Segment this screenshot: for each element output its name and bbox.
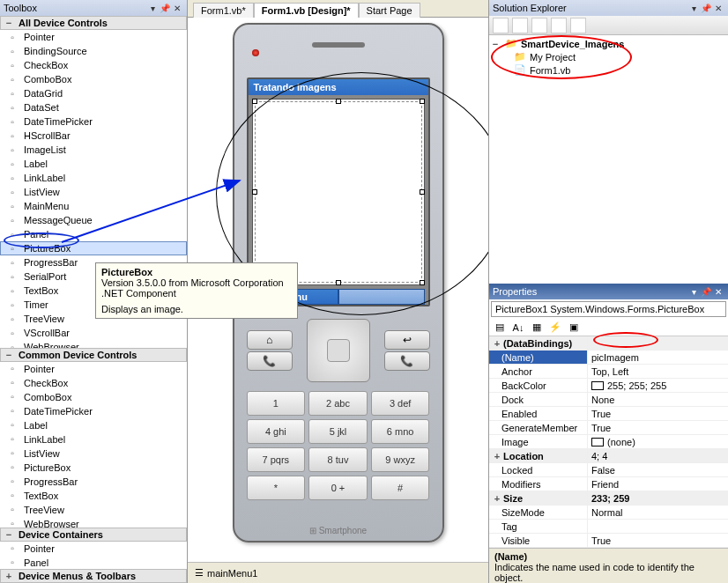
property-row[interactable]: +Location4; 4 bbox=[489, 449, 728, 463]
property-row[interactable]: Tag bbox=[489, 520, 728, 534]
toolbox-item-datagrid[interactable]: ▫DataGrid bbox=[0, 86, 187, 100]
close-icon[interactable]: ✕ bbox=[712, 287, 724, 297]
form-canvas[interactable] bbox=[252, 99, 425, 285]
property-value[interactable]: Normal bbox=[588, 506, 728, 519]
toolbox-section-header[interactable]: +Device Menus & Toolbars bbox=[0, 569, 187, 583]
expander-icon[interactable]: − bbox=[491, 39, 500, 49]
home-button[interactable]: ⌂ bbox=[247, 330, 293, 350]
toolbox-item-label[interactable]: ▫Label bbox=[0, 157, 187, 171]
dpad-center[interactable] bbox=[327, 339, 350, 362]
property-value[interactable]: 233; 259 bbox=[588, 491, 728, 505]
toolbox-item-pointer[interactable]: ▫Pointer bbox=[0, 362, 187, 376]
toolbox-item-dataset[interactable]: ▫DataSet bbox=[0, 100, 187, 114]
toolbox-item-checkbox[interactable]: ▫CheckBox bbox=[0, 376, 187, 390]
property-value[interactable]: Friend bbox=[588, 477, 728, 491]
toolbox-item-picturebox[interactable]: ▫PictureBox bbox=[0, 241, 187, 255]
keypad-key[interactable]: 1 bbox=[247, 391, 306, 416]
toolbox-item-combobox[interactable]: ▫ComboBox bbox=[0, 72, 187, 86]
doc-tab[interactable]: Start Page bbox=[359, 3, 420, 18]
toolbox-item-datetimepicker[interactable]: ▫DateTimePicker bbox=[0, 404, 187, 418]
project-node[interactable]: − 📁 SmartDevice_Imagens bbox=[491, 37, 726, 50]
sol-tool[interactable] bbox=[531, 18, 547, 33]
toolbox-item-treeview[interactable]: ▫TreeView bbox=[0, 503, 187, 517]
property-row[interactable]: Image(none) bbox=[489, 435, 728, 449]
expander-icon[interactable]: + bbox=[493, 493, 501, 504]
toolbox-section-header[interactable]: −All Device Controls bbox=[0, 16, 187, 30]
resize-handle[interactable] bbox=[252, 99, 257, 104]
expander-icon[interactable]: + bbox=[4, 571, 13, 581]
toolbox-item-combobox[interactable]: ▫ComboBox bbox=[0, 390, 187, 404]
toolbox-item-hscrollbar[interactable]: ▫HScrollBar bbox=[0, 129, 187, 143]
toolbox-item-panel[interactable]: ▫Panel bbox=[0, 556, 187, 569]
events-icon[interactable]: ⚡ bbox=[547, 321, 563, 335]
resize-handle[interactable] bbox=[252, 189, 257, 195]
resize-handle[interactable] bbox=[420, 99, 425, 104]
keypad-key[interactable]: 4 ghi bbox=[247, 419, 306, 444]
toolbox-item-webbrowser[interactable]: ▫WebBrowser bbox=[0, 340, 187, 348]
toolbox-item-panel[interactable]: ▫Panel bbox=[0, 227, 187, 241]
alphabetical-icon[interactable]: A↓ bbox=[510, 321, 526, 335]
toolbox-item-textbox[interactable]: ▫TextBox bbox=[0, 489, 187, 503]
toolbox-item-webbrowser[interactable]: ▫WebBrowser bbox=[0, 517, 187, 528]
property-grid[interactable]: +(DataBindings)(Name)picImagemAnchorTop,… bbox=[489, 336, 728, 548]
call-button[interactable]: 📞 bbox=[247, 351, 293, 371]
component-tray[interactable]: ☰ mainMenu1 bbox=[188, 562, 488, 583]
doc-tab[interactable]: Form1.vb [Design]* bbox=[254, 3, 359, 18]
resize-handle[interactable] bbox=[420, 189, 425, 195]
resize-handle[interactable] bbox=[420, 280, 425, 285]
doc-tab[interactable]: Form1.vb* bbox=[193, 3, 254, 18]
toolbox-item-listview[interactable]: ▫ListView bbox=[0, 446, 187, 461]
property-value[interactable]: 255; 255; 255 bbox=[588, 379, 728, 392]
toolbox-item-linklabel[interactable]: ▫LinkLabel bbox=[0, 171, 187, 185]
toolbox-pin-icon[interactable]: 📌 bbox=[159, 4, 171, 13]
toolbox-item-vscrollbar[interactable]: ▫VScrollBar bbox=[0, 326, 187, 340]
expander-icon[interactable]: − bbox=[4, 529, 13, 540]
property-row[interactable]: VisibleTrue bbox=[489, 534, 728, 548]
toolbox-item-label[interactable]: ▫Label bbox=[0, 418, 187, 432]
property-value[interactable]: 4; 4 bbox=[588, 449, 728, 462]
keypad-key[interactable]: 5 jkl bbox=[308, 419, 368, 444]
resize-handle[interactable] bbox=[336, 280, 341, 285]
toolbox-item-mainmenu[interactable]: ▫MainMenu bbox=[0, 199, 187, 213]
solution-tree[interactable]: − 📁 SmartDevice_Imagens 📁 My Project 📄 F… bbox=[489, 35, 728, 284]
toolbox-section-header[interactable]: −Device Containers bbox=[0, 528, 187, 542]
property-row[interactable]: SizeModeNormal bbox=[489, 506, 728, 520]
keypad-key[interactable]: 9 wxyz bbox=[371, 447, 430, 472]
toolbox-item-imagelist[interactable]: ▫ImageList bbox=[0, 143, 187, 157]
keypad-key[interactable]: 2 abc bbox=[308, 391, 368, 416]
toolbox-dropdown-icon[interactable]: ▾ bbox=[146, 4, 159, 13]
properties-object-selector[interactable]: PictureBox1 System.Windows.Forms.Picture… bbox=[491, 301, 726, 317]
tray-item[interactable]: mainMenu1 bbox=[207, 568, 257, 579]
toolbox-item-messagequeue[interactable]: ▫MessageQueue bbox=[0, 213, 187, 227]
toolbox-section-header[interactable]: −Common Device Controls bbox=[0, 348, 187, 362]
property-value[interactable]: Top, Left bbox=[588, 365, 728, 378]
tree-item[interactable]: 📁 My Project bbox=[491, 50, 726, 63]
keypad-key[interactable]: 6 mno bbox=[371, 419, 430, 444]
property-row[interactable]: +Size233; 259 bbox=[489, 491, 728, 506]
property-value[interactable] bbox=[588, 520, 728, 533]
property-row[interactable]: GenerateMemberTrue bbox=[489, 421, 728, 435]
categorized-icon[interactable]: ▤ bbox=[492, 321, 508, 335]
resize-handle[interactable] bbox=[336, 99, 341, 104]
expander-icon[interactable]: − bbox=[4, 350, 13, 360]
keypad-key[interactable]: 3 def bbox=[371, 391, 430, 416]
panel-pin-icon[interactable]: 📌 bbox=[700, 4, 712, 13]
sol-tool[interactable] bbox=[551, 18, 567, 33]
property-row[interactable]: +(DataBindings) bbox=[489, 336, 728, 351]
expander-icon[interactable]: + bbox=[493, 338, 501, 349]
property-value[interactable]: picImagem bbox=[588, 351, 728, 364]
property-row[interactable]: LockedFalse bbox=[489, 463, 728, 477]
property-value[interactable]: False bbox=[588, 463, 728, 476]
toolbox-item-bindingsource[interactable]: ▫BindingSource bbox=[0, 44, 187, 58]
sol-tool[interactable] bbox=[570, 18, 586, 33]
property-value[interactable]: None bbox=[588, 393, 728, 406]
expander-icon[interactable]: − bbox=[4, 18, 13, 28]
toolbox-item-datetimepicker[interactable]: ▫DateTimePicker bbox=[0, 114, 187, 129]
keypad-key[interactable]: 0 + bbox=[308, 476, 368, 500]
dpad[interactable] bbox=[307, 319, 370, 382]
panel-dropdown-icon[interactable]: ▾ bbox=[687, 4, 700, 13]
keypad-key[interactable]: 8 tuv bbox=[308, 447, 368, 472]
keypad-key[interactable]: # bbox=[371, 476, 430, 500]
toolbox-item-linklabel[interactable]: ▫LinkLabel bbox=[0, 432, 187, 446]
property-value[interactable] bbox=[588, 336, 728, 350]
